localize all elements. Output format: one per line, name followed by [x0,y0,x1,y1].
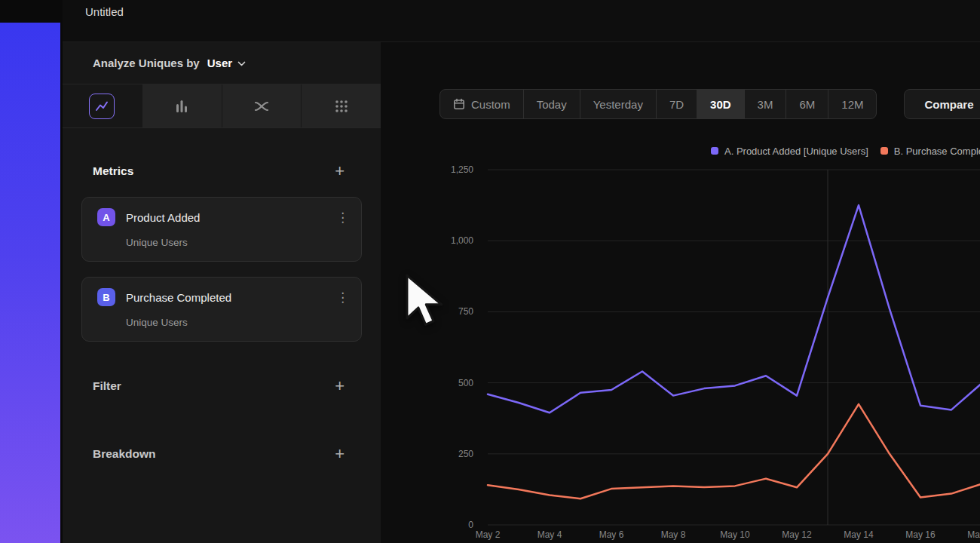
breakdown-section: Breakdown + [63,443,381,465]
breakdown-title: Breakdown [93,447,156,461]
y-tick-label: 750 [458,306,473,317]
sidebar: Analyze Uniques by User [63,42,381,543]
x-tick-label: May 2 [476,529,501,540]
tab-grid[interactable] [301,84,381,127]
metric-badge-b: B [97,288,115,306]
y-tick-label: 250 [458,449,473,459]
x-tick-label: May 10 [720,529,750,540]
x-tick-label: May 18 [967,529,980,540]
app-window: Untitled Analyze Uniques by User [0,0,980,543]
metrics-section-header: Metrics + [63,161,381,182]
x-tick-label: May 6 [599,529,624,540]
chart-panel: Custom Today Yesterday 7D 30D 3M 6M 12M … [381,42,980,543]
bar-chart-icon [173,97,191,115]
gradient-bar [0,23,60,543]
metric-card-b[interactable]: B Purchase Completed ⋮ Unique Users [81,277,362,342]
left-gradient-strip [0,0,63,543]
mouse-cursor [404,273,445,331]
grid-dots-icon [332,97,351,115]
x-tick-label: May 16 [905,529,936,540]
header: Untitled [63,0,980,42]
chevron-down-icon[interactable] [237,61,246,66]
y-tick-label: 0 [468,520,473,530]
metrics-title: Metrics [93,164,133,178]
metric-subtitle: Unique Users [126,237,351,248]
x-tick-label: May 4 [537,529,562,540]
kebab-menu-icon[interactable]: ⋮ [336,210,349,225]
y-tick-label: 1,000 [451,235,473,246]
view-tabs [63,84,381,128]
series-line[interactable] [488,404,980,499]
add-metric-button[interactable]: + [335,163,345,179]
metric-card-a[interactable]: A Product Added ⋮ Unique Users [81,197,362,262]
kebab-menu-icon[interactable]: ⋮ [336,290,349,305]
tab-bar-chart[interactable] [142,84,222,127]
line-chart[interactable]: 02505007501,0001,250May 2May 4May 6May 8… [381,42,980,543]
flow-icon [253,97,271,115]
analyze-row: Analyze Uniques by User [63,42,381,84]
metric-badge-a: A [97,208,115,226]
metric-name: Product Added [126,211,200,224]
x-tick-label: May 12 [782,529,812,540]
tab-line-chart[interactable] [63,84,142,127]
add-breakdown-button[interactable]: + [335,446,345,462]
analyze-unit-dropdown[interactable]: User [207,57,232,69]
line-chart-icon [89,94,115,119]
analyze-label: Analyze Uniques by [93,57,200,69]
y-tick-label: 500 [458,378,473,388]
metric-name: Purchase Completed [126,291,231,304]
y-tick-label: 1,250 [451,164,473,175]
series-line[interactable] [488,205,980,413]
filter-title: Filter [93,379,121,393]
x-tick-label: May 14 [844,529,874,540]
page-title: Untitled [85,5,124,18]
tab-flow[interactable] [222,84,302,127]
add-filter-button[interactable]: + [335,378,345,394]
filter-section: Filter + [63,376,381,397]
metric-subtitle: Unique Users [126,317,351,328]
x-tick-label: May 8 [661,529,686,540]
